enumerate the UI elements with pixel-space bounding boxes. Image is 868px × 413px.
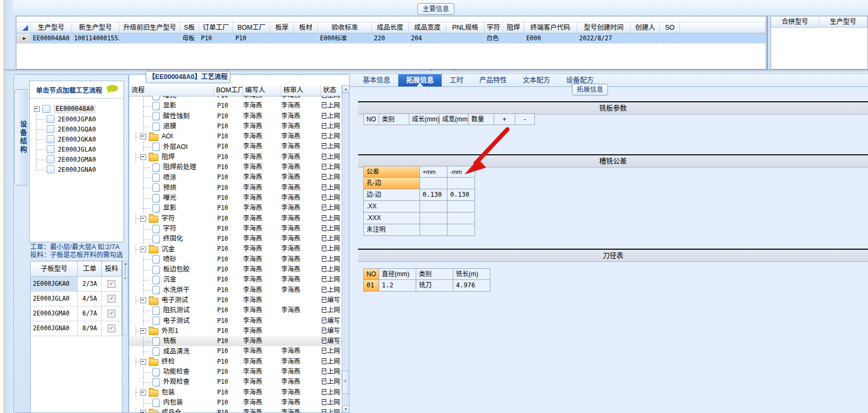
flow-step-cell[interactable]: 包装 — [129, 388, 214, 398]
row-cell-10[interactable]: 204 — [409, 33, 446, 43]
flow-writer-cell[interactable]: 李海燕 — [243, 111, 281, 121]
flow-folder-row[interactable]: 阻焊P10李海燕李海燕已上网 — [129, 152, 342, 162]
subboard-row[interactable]: 2E000JGNA08/9A✓ — [31, 321, 122, 336]
flow-bom-cell[interactable]: P10 — [214, 275, 243, 285]
flow-step-cell[interactable]: 阻抗测试 — [129, 305, 214, 315]
tolerance-minus-cell[interactable]: 0.130 — [448, 189, 475, 201]
row-cell-2[interactable] — [120, 33, 181, 43]
tolerance-plus-cell[interactable] — [420, 213, 448, 224]
flow-bom-cell[interactable]: P10 — [214, 346, 243, 356]
flow-step-cell[interactable]: 外形1 — [129, 326, 214, 336]
flow-bom-cell[interactable]: P10 — [214, 214, 243, 224]
flow-step-cell[interactable]: 外观检查 — [129, 377, 214, 387]
flow-writer-cell[interactable]: 李海燕 — [243, 224, 281, 234]
flow-reviewer-cell[interactable] — [281, 295, 321, 305]
main-info-tab[interactable]: 主要信息 — [417, 3, 454, 15]
flow-bom-cell[interactable]: P10 — [214, 172, 243, 182]
flow-status-cell[interactable]: 已上网 — [321, 254, 342, 265]
subboard-feed-cell[interactable]: ✓ — [102, 277, 122, 292]
flow-writer-cell[interactable]: 李海燕 — [243, 367, 281, 377]
subboard-code-cell[interactable]: 2E000JGNA0 — [31, 321, 78, 336]
row-cell-7[interactable] — [294, 33, 318, 43]
column-header-18[interactable] — [680, 22, 766, 33]
flow-step-row[interactable]: 沉金P10李海燕李海燕已上网 — [129, 275, 342, 285]
row-cell-15[interactable]: 2022/8/27 — [577, 33, 631, 43]
flow-step-row[interactable]: 退膜P10李海燕李海燕已上网 — [129, 121, 342, 131]
column-header-16[interactable]: 创建人 — [631, 22, 660, 33]
flow-reviewer-cell[interactable]: 李海燕 — [281, 305, 321, 315]
flow-bom-cell[interactable]: P10 — [214, 305, 243, 315]
flow-status-cell[interactable]: 已上网 — [321, 346, 342, 356]
flow-writer-cell[interactable]: 李海燕 — [243, 121, 281, 131]
flow-writer-cell[interactable]: 李海燕 — [243, 131, 281, 142]
subboard-feed-cell[interactable]: ✓ — [102, 321, 122, 336]
flow-reviewer-cell[interactable]: 李海燕 — [281, 131, 321, 142]
flow-step-row[interactable]: 成品清洗P10李海燕李海燕已上网 — [129, 346, 342, 356]
column-header-15[interactable]: 型号创建时间 — [577, 22, 631, 33]
flow-step-row[interactable]: 板边包胶P10李海燕李海燕已上网 — [129, 265, 342, 275]
flow-status-cell[interactable]: 已上网 — [321, 305, 342, 315]
flow-column-header-0[interactable]: 流程 — [129, 85, 214, 96]
flow-step-row[interactable]: 喷砂P10李海燕李海燕已上网 — [129, 254, 342, 265]
flow-reviewer-cell[interactable]: 李海燕 — [281, 121, 321, 131]
flow-reviewer-cell[interactable]: 李海燕 — [281, 214, 321, 224]
flow-reviewer-cell[interactable]: 李海燕 — [281, 111, 321, 121]
flow-step-cell[interactable]: 显影 — [129, 203, 214, 213]
flow-folder-row[interactable]: 终检P10李海燕李海燕已上网 — [129, 357, 342, 367]
node-checkbox[interactable] — [47, 155, 55, 163]
flow-reviewer-cell[interactable]: 李海燕 — [281, 367, 321, 377]
flow-step-cell[interactable]: AOI — [129, 131, 214, 142]
flow-bom-cell[interactable]: P10 — [214, 316, 243, 326]
flow-step-cell[interactable]: 喷涂 — [129, 172, 214, 182]
tab-0[interactable]: 基本信息 — [355, 74, 398, 86]
flow-step-cell[interactable]: 沉金 — [129, 275, 214, 285]
column-header-4[interactable]: 订单工厂 — [199, 22, 234, 33]
flow-folder-row[interactable]: 外形1P10李海燕已编写 — [129, 326, 342, 336]
flow-status-cell[interactable]: 已编写 — [321, 326, 342, 336]
flow-status-cell[interactable]: 已上网 — [321, 183, 342, 193]
flow-status-cell[interactable]: 已上网 — [321, 265, 342, 275]
collapse-icon[interactable] — [140, 328, 146, 334]
flow-writer-cell[interactable]: 李海燕 — [243, 172, 281, 182]
node-checkbox[interactable] — [47, 145, 55, 153]
row-cell-18[interactable] — [680, 33, 766, 43]
flow-writer-cell[interactable]: 李海燕 — [243, 388, 281, 398]
flow-writer-cell[interactable]: 李海燕 — [243, 285, 281, 295]
row-cell-12[interactable]: 白色 — [485, 33, 503, 43]
flow-reviewer-cell[interactable]: 李海燕 — [281, 183, 321, 193]
flow-bom-cell[interactable]: P10 — [214, 96, 243, 101]
mini-column-header-1[interactable]: 生产型号 — [819, 16, 867, 28]
flow-reviewer-cell[interactable]: 李海燕 — [281, 285, 321, 295]
flow-reviewer-cell[interactable]: 李海燕 — [281, 142, 321, 152]
scroll-up-icon[interactable]: ▲ — [342, 85, 350, 93]
tab-3[interactable]: 产品特性 — [471, 74, 515, 86]
tab-4[interactable]: 文本配方 — [515, 74, 558, 86]
flow-step-row[interactable]: 内包装P10李海燕李海燕已上网 — [129, 398, 342, 408]
flow-step-row[interactable]: 曝光P10李海燕李海燕已上网 — [129, 193, 342, 203]
flow-bom-cell[interactable]: P10 — [214, 367, 243, 377]
subboard-workorder-cell[interactable]: 8/9A — [78, 321, 102, 336]
tolerance-plus-cell[interactable] — [420, 178, 448, 189]
flow-status-cell[interactable]: 已编写 — [321, 336, 342, 346]
flow-step-row[interactable]: 酸性蚀刻P10李海燕李海燕已上网 — [129, 111, 342, 121]
flow-step-cell[interactable]: 酸性蚀刻 — [129, 111, 214, 121]
column-header-9[interactable]: 成品长度 — [372, 22, 409, 33]
flow-reviewer-cell[interactable]: 李海燕 — [281, 408, 321, 413]
flow-writer-cell[interactable]: 李海燕 — [243, 408, 281, 413]
subboard-code-cell[interactable]: 2E000JGKA0 — [31, 277, 78, 292]
flow-bom-cell[interactable]: P10 — [214, 265, 243, 275]
column-header-14[interactable]: 终端客户代码 — [524, 22, 577, 33]
column-header-2[interactable]: 升级前旧生产型号 — [120, 22, 181, 33]
row-indicator-icon[interactable]: ▶ — [16, 33, 31, 43]
node-checkbox[interactable] — [47, 115, 55, 123]
flow-step-cell[interactable]: 成品清洗 — [129, 346, 214, 356]
column-header-13[interactable]: 阻焊 — [503, 22, 524, 33]
feed-checkbox[interactable]: ✓ — [108, 280, 115, 288]
mini-column-header-0[interactable]: 合拼型号 — [771, 16, 819, 28]
flow-writer-cell[interactable]: 李海燕 — [243, 244, 281, 254]
flow-step-cell[interactable]: 曝光 — [129, 193, 214, 203]
flow-status-cell[interactable]: 已上网 — [321, 162, 342, 172]
flow-status-cell[interactable]: 已上网 — [321, 121, 342, 131]
flow-bom-cell[interactable]: P10 — [214, 152, 243, 162]
tolerance-minus-cell[interactable] — [448, 201, 475, 213]
